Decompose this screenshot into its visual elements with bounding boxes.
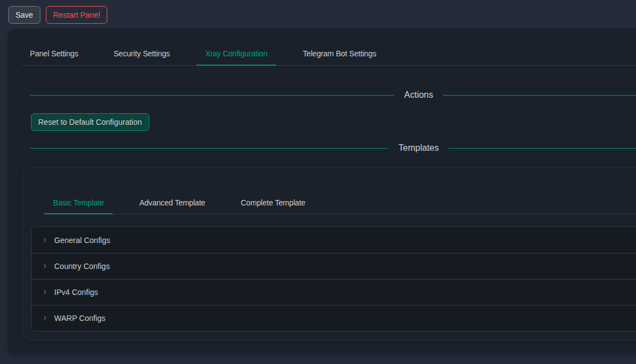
tab-xray-configuration[interactable]: Xray Configuration — [196, 42, 276, 65]
chevron-right-icon — [41, 289, 48, 296]
toolbar: Save Restart Panel — [8, 6, 107, 24]
template-tabs: Basic Template Advanced Template Complet… — [44, 191, 636, 214]
collapse-header-warp-configs[interactable]: WARP Configs — [32, 305, 636, 331]
collapse-header-label: WARP Configs — [54, 314, 106, 323]
xray-configuration-pane: Actions Reset to Default Configuration T… — [30, 88, 636, 341]
restart-panel-button[interactable]: Restart Panel — [46, 6, 107, 24]
settings-tabs: Panel Settings Security Settings Xray Co… — [21, 42, 636, 66]
collapse-header-label: Country Configs — [54, 262, 110, 271]
templates-divider: Templates — [30, 141, 636, 155]
tab-telegram-bot-settings[interactable]: Telegram Bot Settings — [294, 42, 385, 65]
collapse-header-ipv4-configs[interactable]: IPv4 Configs — [32, 279, 636, 305]
collapse-header-label: IPv4 Configs — [54, 288, 98, 297]
config-collapse: General Configs Country Configs IPv4 Con… — [31, 226, 636, 331]
chevron-right-icon — [41, 263, 48, 270]
collapse-header-country-configs[interactable]: Country Configs — [32, 253, 636, 279]
actions-divider: Actions — [30, 88, 636, 102]
actions-divider-label: Actions — [404, 90, 433, 100]
tab-basic-template[interactable]: Basic Template — [44, 191, 113, 214]
collapse-header-label: General Configs — [54, 236, 110, 245]
tab-security-settings[interactable]: Security Settings — [105, 42, 179, 65]
templates-divider-label: Templates — [399, 143, 439, 153]
tab-advanced-template[interactable]: Advanced Template — [131, 191, 214, 214]
collapse-header-general-configs[interactable]: General Configs — [32, 227, 636, 253]
tab-panel-settings[interactable]: Panel Settings — [21, 42, 87, 65]
reset-to-default-button[interactable]: Reset to Default Configuration — [31, 113, 149, 131]
save-button[interactable]: Save — [8, 6, 40, 24]
tab-complete-template[interactable]: Complete Template — [232, 191, 314, 214]
settings-card: Panel Settings Security Settings Xray Co… — [8, 29, 636, 354]
basic-template-pane: General Configs Country Configs IPv4 Con… — [31, 226, 636, 331]
chevron-right-icon — [41, 315, 48, 321]
chevron-right-icon — [41, 237, 48, 244]
templates-card: Basic Template Advanced Template Complet… — [22, 167, 636, 341]
